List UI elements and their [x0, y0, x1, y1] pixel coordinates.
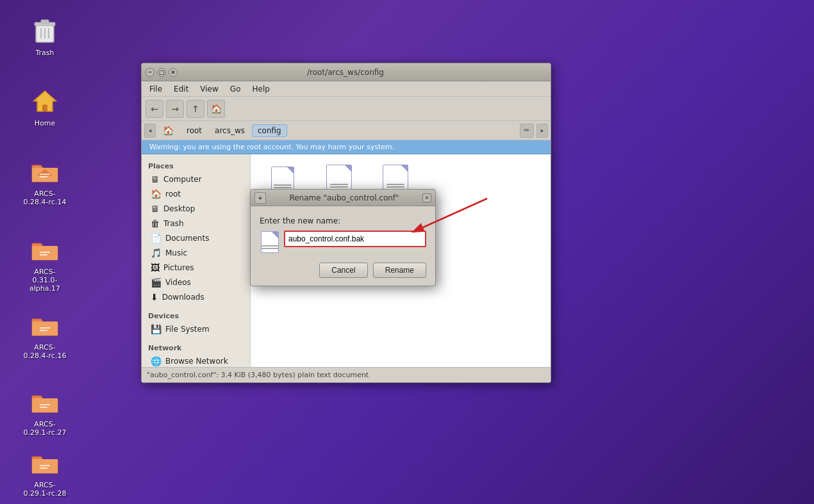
sidebar-item-browse-network[interactable]: 🌐 Browse Network	[144, 354, 247, 367]
breadcrumb-root-label: root	[187, 126, 202, 135]
sidebar-computer-label: Computer	[163, 175, 202, 184]
breadcrumb-edit-button[interactable]: ✏	[520, 124, 534, 138]
forward-button[interactable]: →	[166, 100, 184, 118]
videos-icon: 🎬	[151, 277, 162, 288]
sidebar: Places 🖥 Computer 🏠 root 🖥 Desktop 🗑 Tra…	[142, 154, 251, 367]
breadcrumb-home-icon[interactable]: 🏠	[157, 124, 179, 138]
desktop-icon-arcs1[interactable]: ARCS-0.28.4-rc.14	[19, 154, 71, 209]
rename-input[interactable]	[284, 231, 426, 247]
cancel-button[interactable]: Cancel	[319, 263, 367, 278]
menu-go[interactable]: Go	[225, 83, 246, 95]
desktop-icon-arcs3[interactable]: ARCS-0.28.4-rc.16	[19, 307, 71, 362]
menubar: File Edit View Go Help	[142, 81, 551, 97]
sidebar-root-label: root	[165, 190, 181, 199]
home-label: Home	[35, 119, 55, 127]
arcs1-label: ARCS-0.28.4-rc.14	[22, 190, 68, 206]
sidebar-documents-label: Documents	[165, 234, 209, 243]
menu-view[interactable]: View	[195, 83, 223, 95]
menu-edit[interactable]: Edit	[169, 83, 194, 95]
computer-icon: 🖥	[151, 174, 160, 184]
rename-button[interactable]: Rename	[373, 263, 426, 278]
dialog-expand-btn[interactable]: +	[254, 192, 266, 204]
sidebar-section-devices: Devices	[142, 309, 250, 321]
dialog-body: Enter the new name: Cancel Rename	[251, 206, 435, 286]
sidebar-desktop-label: Desktop	[163, 204, 195, 213]
sidebar-trash-label: Trash	[163, 219, 184, 228]
menu-help[interactable]: Help	[247, 83, 274, 95]
arcs4-label: ARCS-0.29.1-rc.27	[22, 420, 68, 437]
trash-icon	[29, 15, 60, 46]
sidebar-pictures-label: Pictures	[163, 263, 194, 272]
breadcrumb-config[interactable]: config	[252, 124, 287, 137]
breadcrumb-next[interactable]: ▸	[536, 124, 548, 138]
sidebar-filesystem-label: File System	[165, 325, 210, 334]
network-icon: 🌐	[151, 356, 162, 366]
titlebar-buttons: ─ □ ✕	[145, 68, 178, 77]
sidebar-item-documents[interactable]: 📄 Documents	[144, 231, 247, 245]
back-button[interactable]: ←	[145, 100, 163, 118]
minimize-button[interactable]: ─	[145, 68, 154, 77]
sidebar-item-filesystem[interactable]: 💾 File System	[144, 322, 247, 336]
pictures-icon: 🖼	[151, 263, 160, 273]
sidebar-item-videos[interactable]: 🎬 Videos	[144, 275, 247, 289]
desktop-icon-arcs4[interactable]: ARCS-0.29.1-rc.27	[19, 384, 71, 439]
window-title: /root/arcs_ws/config	[178, 68, 513, 77]
desktop-icon-trash[interactable]: Trash	[19, 13, 71, 60]
menu-file[interactable]: File	[144, 83, 167, 95]
folder-icon-arcs3	[29, 310, 60, 341]
documents-icon: 📄	[151, 233, 162, 243]
up-button[interactable]: ↑	[187, 100, 204, 118]
desktop-icon-sidebar: 🖥	[151, 204, 160, 214]
svg-rect-7	[42, 105, 47, 111]
folder-icon-arcs1	[29, 156, 60, 187]
folder-icon-arcs5	[29, 448, 60, 478]
toolbar: ← → ↑ 🏠	[142, 97, 551, 121]
arcs5-label: ARCS-0.29.1-rc.28	[22, 481, 68, 498]
dialog-input-row	[260, 231, 426, 254]
breadcrumb-config-label: config	[258, 126, 281, 135]
desktop-icon-arcs2[interactable]: ARCS-0.31.0-alpha.17	[19, 232, 71, 295]
titlebar: ─ □ ✕ /root/arcs_ws/config	[142, 63, 551, 81]
statusbar: "aubo_control.conf": 3.4 KiB (3,480 byte…	[142, 367, 551, 382]
sidebar-section-places: Places	[142, 159, 250, 172]
rename-dialog: + Rename "aubo_control.conf" ✕ Enter the…	[250, 189, 436, 286]
folder-icon-arcs2	[29, 234, 60, 265]
breadcrumb-arcs_ws[interactable]: arcs_ws	[209, 124, 251, 137]
arcs2-label: ARCS-0.31.0-alpha.17	[22, 268, 68, 293]
dialog-close-button[interactable]: ✕	[422, 193, 431, 202]
dialog-label: Enter the new name:	[260, 216, 426, 225]
desktop-icon-home[interactable]: Home	[19, 83, 71, 130]
sidebar-item-trash[interactable]: 🗑 Trash	[144, 216, 247, 231]
breadcrumb-root[interactable]: root	[181, 124, 208, 137]
breadcrumb-arcs_ws-label: arcs_ws	[215, 126, 245, 135]
warning-text: Warning: you are using the root account.…	[149, 143, 394, 151]
dialog-buttons: Cancel Rename	[260, 263, 426, 278]
sidebar-item-downloads[interactable]: ⬇ Downloads	[144, 290, 247, 304]
status-text: "aubo_control.conf": 3.4 KiB (3,480 byte…	[147, 371, 369, 379]
close-button[interactable]: ✕	[169, 68, 178, 77]
warning-bar: Warning: you are using the root account.…	[142, 140, 551, 154]
home-icon	[29, 86, 60, 117]
sidebar-downloads-label: Downloads	[162, 293, 204, 302]
dialog-file-icon	[260, 231, 280, 254]
sidebar-item-music[interactable]: 🎵 Music	[144, 246, 247, 260]
maximize-button[interactable]: □	[157, 68, 166, 77]
dialog-titlebar: + Rename "aubo_control.conf" ✕	[251, 190, 435, 206]
trash-label: Trash	[35, 49, 54, 57]
filesystem-icon: 💾	[151, 324, 162, 334]
breadcrumb-bar: ◂ 🏠 root arcs_ws config ✏ ▸	[142, 121, 551, 140]
svg-rect-2	[41, 20, 49, 23]
home-button[interactable]: 🏠	[207, 100, 225, 118]
breadcrumb-prev[interactable]: ◂	[144, 124, 156, 138]
root-icon: 🏠	[151, 189, 162, 199]
folder-icon-arcs4	[29, 387, 60, 418]
desktop-icon-arcs5[interactable]: ARCS-0.29.1-rc.28	[19, 445, 71, 500]
sidebar-item-desktop[interactable]: 🖥 Desktop	[144, 202, 247, 216]
sidebar-section-network: Network	[142, 341, 250, 354]
sidebar-item-pictures[interactable]: 🖼 Pictures	[144, 261, 247, 275]
sidebar-videos-label: Videos	[165, 278, 191, 287]
sidebar-item-root[interactable]: 🏠 root	[144, 187, 247, 201]
downloads-icon: ⬇	[151, 292, 158, 302]
arcs3-label: ARCS-0.28.4-rc.16	[22, 343, 68, 360]
sidebar-item-computer[interactable]: 🖥 Computer	[144, 172, 247, 186]
